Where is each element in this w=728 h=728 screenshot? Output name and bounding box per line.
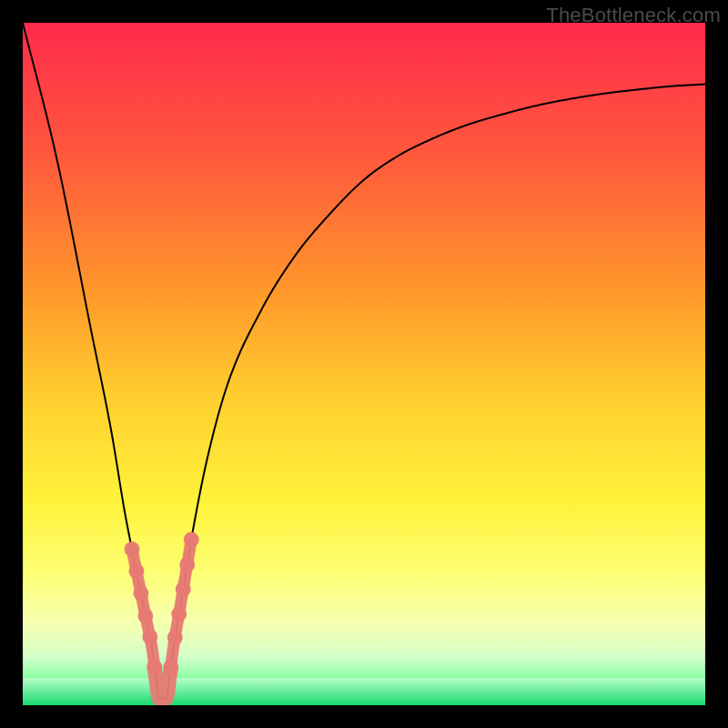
chart-frame: TheBottleneck.com [0, 0, 728, 728]
curve-layer [23, 23, 705, 705]
highlight-bead [142, 629, 157, 644]
highlight-bead [133, 586, 148, 602]
highlight-bead [163, 660, 178, 675]
highlight-bead [128, 563, 144, 579]
highlight-bead [184, 531, 199, 547]
plot-area [23, 23, 705, 705]
highlight-bead [176, 581, 191, 597]
highlight-bead [167, 630, 183, 645]
highlight-bead [171, 606, 187, 622]
bottleneck-curve [23, 23, 705, 699]
highlight-bead [179, 557, 195, 572]
highlight-bead [137, 608, 153, 623]
highlight-bead [125, 541, 140, 557]
watermark-text: TheBottleneck.com [546, 4, 721, 27]
